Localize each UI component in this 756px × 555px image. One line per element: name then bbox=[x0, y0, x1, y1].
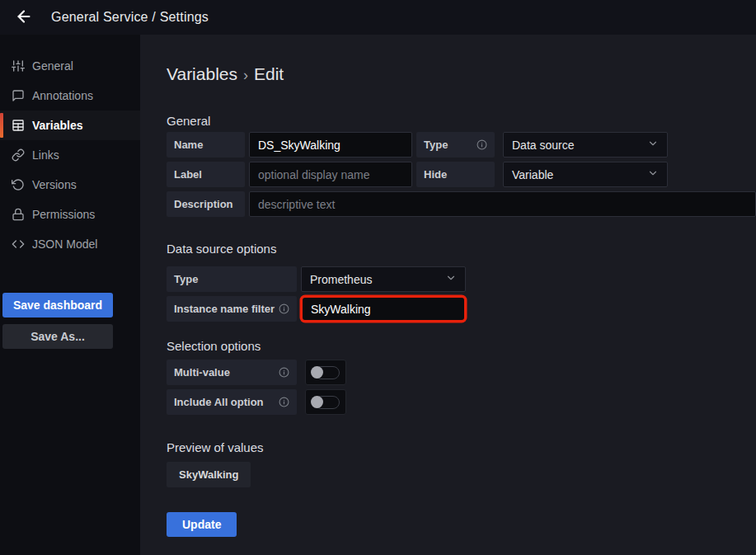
back-button[interactable] bbox=[12, 5, 36, 30]
sliders-icon bbox=[12, 59, 25, 73]
sidebar-item-json-model[interactable]: JSON Model bbox=[0, 229, 140, 259]
name-label: Name bbox=[167, 132, 245, 158]
preview-title: Preview of values bbox=[167, 440, 756, 454]
sidebar-item-label: Permissions bbox=[32, 208, 95, 221]
label-hide-row: Label Hide Variable bbox=[167, 162, 756, 187]
selection-options-form: Multi-value Include All option bbox=[167, 360, 756, 415]
multi-value-toggle[interactable] bbox=[305, 360, 346, 385]
sidebar-item-label: General bbox=[32, 59, 73, 73]
info-icon bbox=[279, 303, 289, 314]
breadcrumb: Variables›Edit bbox=[167, 64, 756, 84]
comment-icon bbox=[12, 89, 25, 102]
lock-icon bbox=[12, 208, 25, 221]
sidebar-actions: Save dashboard Save As... bbox=[0, 293, 140, 349]
ds-type-select[interactable]: Prometheus bbox=[301, 266, 466, 292]
sidebar-item-annotations[interactable]: Annotations bbox=[0, 81, 140, 111]
code-icon bbox=[12, 238, 25, 251]
multi-value-label: Multi-value bbox=[167, 360, 297, 385]
type-label: Type bbox=[416, 132, 495, 158]
data-source-options-title: Data source options bbox=[167, 242, 756, 256]
include-all-label: Include All option bbox=[167, 389, 297, 415]
arrow-left-icon bbox=[15, 7, 33, 28]
include-all-row: Include All option bbox=[167, 389, 756, 415]
selection-options-title: Selection options bbox=[167, 339, 756, 353]
description-row: Description bbox=[167, 191, 756, 217]
history-icon bbox=[12, 178, 25, 191]
breadcrumb-section[interactable]: Variables bbox=[167, 64, 237, 83]
sidebar-item-general[interactable]: General bbox=[0, 51, 140, 81]
label-label: Label bbox=[167, 162, 245, 187]
update-button[interactable]: Update bbox=[167, 512, 237, 537]
ds-type-select-value: Prometheus bbox=[310, 273, 372, 286]
breadcrumb-page: Edit bbox=[254, 64, 284, 83]
variables-edit-pane: Variables›Edit General Name Type Data so… bbox=[140, 35, 756, 555]
preview-value-chip: SkyWalking bbox=[167, 462, 251, 487]
ds-type-row: Type Prometheus bbox=[167, 266, 756, 292]
sidebar-item-label: JSON Model bbox=[32, 238, 97, 251]
sidebar-item-permissions[interactable]: Permissions bbox=[0, 200, 140, 229]
ds-type-label: Type bbox=[167, 266, 297, 292]
sidebar-item-variables[interactable]: Variables bbox=[0, 111, 140, 140]
toggle-switch-off bbox=[311, 365, 340, 380]
sidebar-item-label: Variables bbox=[32, 119, 83, 132]
info-icon bbox=[279, 367, 289, 378]
hide-label: Hide bbox=[416, 162, 495, 187]
instance-filter-label: Instance name filter bbox=[167, 296, 297, 322]
type-select-value: Data source bbox=[512, 139, 574, 152]
page-title: General Service / Settings bbox=[51, 10, 209, 25]
include-all-toggle[interactable] bbox=[305, 389, 346, 415]
sidebar-item-label: Annotations bbox=[32, 89, 93, 102]
sidebar-item-links[interactable]: Links bbox=[0, 140, 140, 170]
name-type-row: Name Type Data source bbox=[167, 132, 756, 158]
link-icon bbox=[12, 148, 25, 162]
sidebar-item-label: Links bbox=[32, 148, 59, 162]
hide-select-value: Variable bbox=[512, 168, 553, 181]
general-section-title: General bbox=[167, 114, 756, 128]
save-dashboard-button[interactable]: Save dashboard bbox=[2, 293, 113, 317]
info-icon bbox=[279, 397, 289, 407]
multi-value-row: Multi-value bbox=[167, 360, 756, 385]
instance-filter-row: Instance name filter bbox=[167, 296, 756, 322]
variables-grid-icon bbox=[12, 119, 25, 132]
chevron-down-icon bbox=[445, 272, 457, 287]
breadcrumb-separator: › bbox=[237, 67, 254, 83]
chevron-down-icon bbox=[647, 138, 659, 153]
chevron-down-icon bbox=[647, 167, 659, 182]
hide-select[interactable]: Variable bbox=[503, 162, 668, 187]
type-select[interactable]: Data source bbox=[503, 132, 668, 158]
data-source-options-form: Type Prometheus Instance name filter bbox=[167, 266, 756, 322]
instance-filter-input[interactable] bbox=[301, 296, 466, 322]
description-input[interactable] bbox=[249, 191, 756, 217]
name-input[interactable] bbox=[249, 132, 412, 158]
general-form: Name Type Data source Label H bbox=[167, 132, 756, 217]
settings-sidebar: General Annotations Variables Links Vers… bbox=[0, 35, 140, 555]
sidebar-item-label: Versions bbox=[32, 178, 77, 191]
info-icon bbox=[477, 139, 487, 150]
top-bar: General Service / Settings bbox=[0, 0, 756, 35]
label-input[interactable] bbox=[249, 162, 412, 187]
sidebar-item-versions[interactable]: Versions bbox=[0, 170, 140, 200]
save-as-button[interactable]: Save As... bbox=[2, 324, 113, 349]
description-label: Description bbox=[167, 191, 245, 217]
toggle-switch-off bbox=[311, 395, 340, 410]
